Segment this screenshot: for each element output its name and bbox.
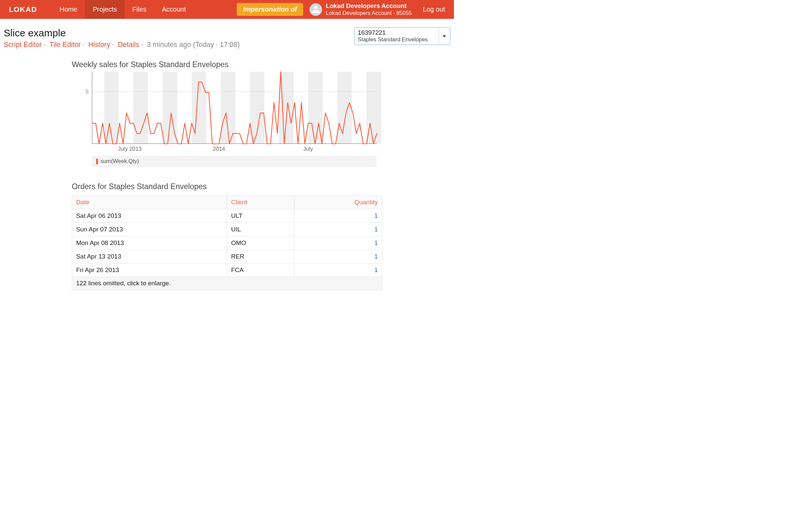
chart-xtick: July 2013 <box>118 146 142 152</box>
table-row[interactable]: Sat Apr 06 2013ULT1 <box>72 209 382 223</box>
orders-cell-client: ULT <box>227 209 294 223</box>
nav-projects[interactable]: Projects <box>85 0 125 19</box>
orders-cell-date: Sat Apr 13 2013 <box>72 250 227 263</box>
orders-cell-qty: 1 <box>294 209 382 223</box>
nav-account[interactable]: Account <box>154 0 194 19</box>
orders-cell-client: OMO <box>227 236 294 250</box>
chart-legend: sum(Week.Qty) <box>92 156 377 168</box>
orders-cell-client: UIL <box>227 223 294 236</box>
impersonation-badge[interactable]: Impersonation of <box>237 3 303 16</box>
orders-title: Orders for Staples Standard Envelopes <box>72 182 382 191</box>
breadcrumb-details[interactable]: Details <box>118 41 139 49</box>
account-subtitle: Lokad Developers Account · 85055 <box>326 10 412 17</box>
nav-home[interactable]: Home <box>52 0 85 19</box>
orders-cell-client: FCA <box>227 263 294 277</box>
orders-cell-date: Sat Apr 06 2013 <box>72 209 227 223</box>
account-block[interactable]: Lokad Developers Account Lokad Developer… <box>326 2 412 17</box>
orders-cell-date: Mon Apr 08 2013 <box>72 236 227 250</box>
orders-table: Date Client Quantity Sat Apr 06 2013ULT1… <box>72 195 382 290</box>
table-row[interactable]: Mon Apr 08 2013OMO1 <box>72 236 382 250</box>
chart: 5 July 20132014July <box>72 72 382 154</box>
table-row[interactable]: Sun Apr 07 2013UIL1 <box>72 223 382 236</box>
page-title: Slice example <box>4 28 240 39</box>
breadcrumb-history[interactable]: History <box>88 41 110 49</box>
orders-cell-client: RER <box>227 250 294 263</box>
orders-cell-qty: 1 <box>294 223 382 236</box>
account-name: Lokad Developers Account <box>326 2 412 10</box>
nav-files[interactable]: Files <box>125 0 154 19</box>
table-row[interactable]: Fri Apr 26 2013FCA1 <box>72 263 382 277</box>
orders-cell-qty: 1 <box>294 250 382 263</box>
breadcrumb-script-editor[interactable]: Script Editor <box>4 41 42 49</box>
legend-label: sum(Week.Qty) <box>101 158 139 165</box>
brand-logo[interactable]: LOKAD <box>9 5 37 14</box>
slice-selector[interactable]: 16397221 Staples Standard Envelopes <box>355 28 450 45</box>
legend-swatch <box>96 159 98 164</box>
orders-col-date[interactable]: Date <box>72 196 227 209</box>
orders-cell-date: Fri Apr 26 2013 <box>72 263 227 277</box>
chart-xtick: 2014 <box>213 146 225 152</box>
orders-col-quantity[interactable]: Quantity <box>294 196 382 209</box>
breadcrumb: Script Editor· Tile Editor· History· Det… <box>4 41 240 49</box>
chevron-down-icon[interactable] <box>439 28 450 45</box>
chart-line <box>92 72 377 144</box>
avatar-icon <box>311 5 320 14</box>
orders-cell-qty: 1 <box>294 263 382 277</box>
table-row[interactable]: Sat Apr 13 2013RER1 <box>72 250 382 263</box>
chart-xtick: July <box>303 146 313 152</box>
slice-id: 16397221 <box>358 29 428 36</box>
chart-ytick-5: 5 <box>86 89 93 95</box>
logout-link[interactable]: Log out <box>423 6 445 13</box>
breadcrumb-tile-editor[interactable]: Tile Editor <box>49 41 81 49</box>
orders-omitted-row[interactable]: 122 lines omitted, click to enlarge. <box>72 277 382 290</box>
orders-cell-date: Sun Apr 07 2013 <box>72 223 227 236</box>
navbar: LOKAD Home Projects Files Account Impers… <box>0 0 454 19</box>
orders-cell-qty: 1 <box>294 236 382 250</box>
breadcrumb-timestamp: 3 minutes ago (Today · 17:08) <box>147 41 240 49</box>
orders-col-client[interactable]: Client <box>227 196 294 209</box>
slice-name: Staples Standard Envelopes <box>358 36 428 43</box>
avatar[interactable] <box>309 3 322 16</box>
chart-title: Weekly sales for Staples Standard Envelo… <box>72 60 382 69</box>
